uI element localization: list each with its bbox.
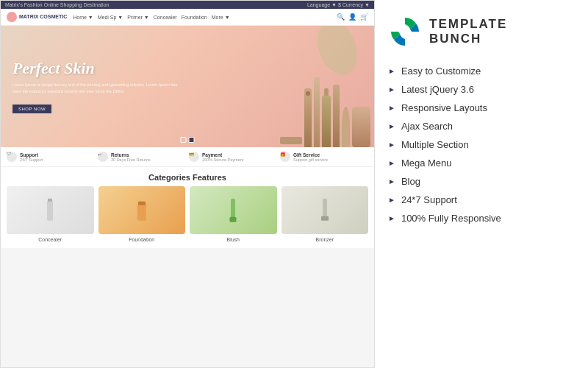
top-bar: Matrix's Fashion Online Shopping Destina… [1,1,374,9]
logo-text: MATRIX COSMETIC [19,14,67,20]
arrow-icon-6: ► [388,177,395,185]
feature-text-6: Blog [401,176,420,187]
support-icon: 🛡 [7,152,17,162]
returns-icon: ↩ [98,152,108,162]
hero-right [180,26,374,147]
feature-text-2: Responsive Layouts [401,102,487,113]
bronzer-label: Bronzer [282,237,369,242]
bottle-6 [352,107,370,147]
category-blush[interactable]: Blush [190,186,277,242]
features-list: ►Easy to Customize►Latest jQuery 3.6►Res… [388,62,575,227]
feature-list-item-5: ►Mega Menu [388,154,575,172]
feature-list-item-0: ►Easy to Customize [388,62,575,80]
category-bronzer[interactable]: Bronzer [282,186,369,242]
nav-actions: 🔍 👤 🛒 [337,13,368,21]
hero-text: Lorem Ipsum is simply dummy text of the … [12,82,183,94]
feature-list-item-1: ►Latest jQuery 3.6 [388,80,575,99]
feature-text-7: 24*7 Support [401,194,457,205]
cart-icon[interactable]: 🛒 [360,13,368,21]
blush-label: Blush [190,237,277,242]
svg-rect-1 [47,200,53,221]
arrow-icon-4: ► [388,141,395,149]
right-panel: TEMPLATE BUNCH ►Easy to Customize►Latest… [375,0,588,368]
category-foundation[interactable]: Foundation [98,186,186,242]
nav-bar: MATRIX COSMETIC Home ▼ Medi Sp ▼ Primer … [1,9,374,26]
nav-foundation[interactable]: Foundation [182,15,207,20]
product-bottles [280,77,370,147]
feature-text-3: Ajax Search [401,121,453,132]
topbar-left: Matrix's Fashion Online Shopping Destina… [5,2,109,7]
features-strip: 🛡 Support 24/7 Support ↩ Returns 30 Days… [1,147,374,167]
user-icon[interactable]: 👤 [348,13,356,21]
nav-home[interactable]: Home ▼ [73,15,93,20]
support-sub: 24/7 Support [20,158,43,162]
logo-icon [7,12,17,22]
feature-list-item-3: ►Ajax Search [388,117,575,135]
gift-title: Gift Service [293,152,328,158]
hero-next[interactable] [189,137,195,143]
hero-left: Perfect Skin Lorem Ipsum is simply dummy… [1,51,195,122]
search-icon[interactable]: 🔍 [337,13,345,21]
nav-primer[interactable]: Primer ▼ [127,15,148,20]
feature-list-item-6: ►Blog [388,172,575,191]
feature-gift: 🎁 Gift Service Support gift service [280,152,368,162]
brand-line1: TEMPLATE [429,17,507,32]
foundation-image [98,186,186,234]
payment-sub: 100% Secure Payment [202,158,243,162]
arrow-icon-8: ► [388,214,395,222]
arrow-icon-5: ► [388,159,395,167]
hero-navigation [181,137,195,143]
categories-grid: Concealer Foundation Blu [7,186,368,242]
shop-now-button[interactable]: SHOP NOW [12,105,51,113]
feature-list-item-4: ►Multiple Section [388,135,575,154]
feature-list-item-8: ►100% Fully Responsive [388,209,575,227]
nav-more[interactable]: More ▼ [212,15,230,20]
brand-header: TEMPLATE BUNCH [388,15,575,49]
svg-point-9 [400,26,410,37]
concealer-label: Concealer [7,237,94,242]
arrow-icon-2: ► [388,104,395,112]
bottle-2 [314,77,320,147]
template-bunch-logo [388,15,422,49]
returns-title: Returns [111,152,151,158]
feature-text-0: Easy to Customize [401,66,481,77]
bottle-3 [322,96,331,147]
logo: MATRIX COSMETIC [7,12,67,22]
arrow-icon-0: ► [388,67,395,75]
feature-text-8: 100% Fully Responsive [401,213,501,224]
bottle-1 [304,88,312,147]
topbar-right: Language ▼ $ Currency ▼ [307,2,370,7]
category-concealer[interactable]: Concealer [7,186,94,242]
arrow-icon-3: ► [388,122,395,130]
nav-makeup[interactable]: Medi Sp ▼ [98,15,123,20]
categories-heading: Categories Features [7,173,368,182]
bottle-5 [342,107,350,147]
hero-title: Perfect Skin [12,60,183,77]
blush-image [190,186,277,234]
svg-rect-8 [321,216,329,220]
nav-links: Home ▼ Medi Sp ▼ Primer ▼ Concealer Foun… [73,15,331,20]
svg-point-0 [315,26,359,77]
hero-banner: Perfect Skin Lorem Ipsum is simply dummy… [1,26,374,147]
concealer-image [7,186,94,234]
feature-returns: ↩ Returns 30 Days Free Returns [98,152,186,162]
svg-rect-6 [230,216,237,222]
arrow-icon-7: ► [388,196,395,204]
bronzer-image [282,186,369,234]
feature-support: 🛡 Support 24/7 Support [7,152,95,162]
svg-rect-2 [48,198,52,201]
svg-rect-7 [323,198,327,219]
brand-line2: BUNCH [429,32,507,46]
categories-section: Categories Features Concealer [1,167,374,248]
bottle-4 [333,85,340,147]
nav-concealer[interactable]: Concealer [154,15,177,20]
payment-title: Payment [202,152,243,158]
compact-bottle [280,137,302,144]
hero-prev[interactable] [181,137,187,143]
feature-payment: 💳 Payment 100% Secure Payment [189,152,277,162]
feature-list-item-2: ►Responsive Layouts [388,99,575,117]
returns-sub: 30 Days Free Returns [111,158,151,162]
left-panel: Matrix's Fashion Online Shopping Destina… [0,0,375,368]
payment-icon: 💳 [189,152,199,162]
gift-icon: 🎁 [280,152,290,162]
